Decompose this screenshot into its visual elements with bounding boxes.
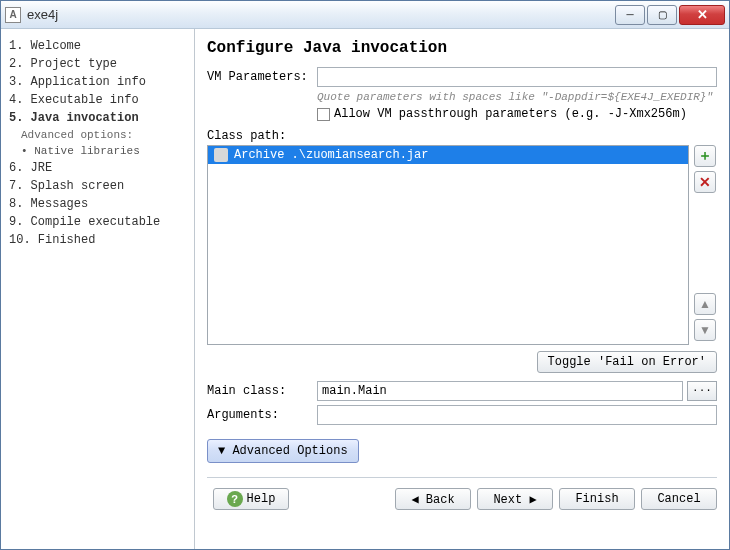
remove-classpath-button[interactable]: ✕ [694, 171, 716, 193]
nav-welcome[interactable]: 1. Welcome [7, 37, 188, 55]
wizard-sidebar: 1. Welcome 2. Project type 3. Applicatio… [1, 29, 195, 549]
passthrough-label: Allow VM passthrough parameters (e.g. -J… [334, 107, 687, 121]
arguments-label: Arguments: [207, 408, 317, 422]
move-down-button[interactable]: ▼ [694, 319, 716, 341]
separator [207, 477, 717, 478]
advanced-options-button[interactable]: ▼ Advanced Options [207, 439, 359, 463]
nav-compile-executable[interactable]: 9. Compile executable [7, 213, 188, 231]
wizard-footer: ? Help ◀ Back Next ▶ Finish Cancel [207, 484, 717, 510]
nav-splash-screen[interactable]: 7. Splash screen [7, 177, 188, 195]
vm-parameters-label: VM Parameters: [207, 70, 317, 84]
classpath-list[interactable]: Archive .\zuomiansearch.jar [207, 145, 689, 345]
page-title: Configure Java invocation [207, 39, 717, 57]
window-title: exe4j [27, 7, 615, 22]
vm-parameters-input[interactable] [317, 67, 717, 87]
next-button[interactable]: Next ▶ [477, 488, 553, 510]
main-class-label: Main class: [207, 384, 317, 398]
titlebar[interactable]: A exe4j ─ ▢ ✕ [1, 1, 729, 29]
app-window: A exe4j ─ ▢ ✕ 1. Welcome 2. Project type… [0, 0, 730, 550]
move-up-button[interactable]: ▲ [694, 293, 716, 315]
cancel-button[interactable]: Cancel [641, 488, 717, 510]
arguments-input[interactable] [317, 405, 717, 425]
app-icon: A [5, 7, 21, 23]
main-class-input[interactable] [317, 381, 683, 401]
finish-button[interactable]: Finish [559, 488, 635, 510]
minimize-button[interactable]: ─ [615, 5, 645, 25]
nav-project-type[interactable]: 2. Project type [7, 55, 188, 73]
nav-messages[interactable]: 8. Messages [7, 195, 188, 213]
maximize-button[interactable]: ▢ [647, 5, 677, 25]
nav-native-libraries[interactable]: • Native libraries [7, 143, 188, 159]
toggle-fail-on-error-button[interactable]: Toggle 'Fail on Error' [537, 351, 717, 373]
passthrough-checkbox[interactable] [317, 108, 330, 121]
help-button[interactable]: ? Help [213, 488, 289, 510]
vm-hint: Quote parameters with spaces like "-Dapp… [207, 91, 717, 103]
nav-advanced-header: Advanced options: [7, 127, 188, 143]
help-icon: ? [227, 491, 243, 507]
nav-executable-info[interactable]: 4. Executable info [7, 91, 188, 109]
classpath-item-text: Archive .\zuomiansearch.jar [234, 148, 428, 162]
classpath-item[interactable]: Archive .\zuomiansearch.jar [208, 146, 688, 164]
back-button[interactable]: ◀ Back [395, 488, 471, 510]
close-button[interactable]: ✕ [679, 5, 725, 25]
classpath-label: Class path: [207, 129, 717, 143]
nav-jre[interactable]: 6. JRE [7, 159, 188, 177]
nav-application-info[interactable]: 3. Application info [7, 73, 188, 91]
add-classpath-button[interactable]: ＋ [694, 145, 716, 167]
main-panel: Configure Java invocation VM Parameters:… [195, 29, 729, 549]
nav-finished[interactable]: 10. Finished [7, 231, 188, 249]
archive-icon [214, 148, 228, 162]
browse-main-class-button[interactable]: ... [687, 381, 717, 401]
nav-java-invocation[interactable]: 5. Java invocation [7, 109, 188, 127]
